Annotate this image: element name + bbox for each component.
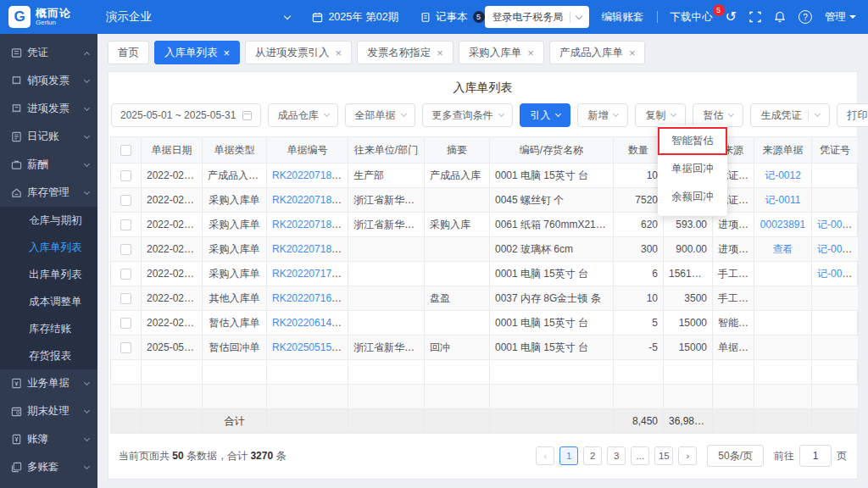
- sidebar-item-label: 日记账: [27, 130, 59, 144]
- column-header: 单据编号: [267, 137, 348, 164]
- import-button[interactable]: 引入: [520, 103, 570, 127]
- cell-link-no[interactable]: RK20220614000001: [272, 317, 348, 329]
- inventory-icon: [10, 187, 22, 198]
- menu-item-balance-reversal[interactable]: 余额回冲: [658, 183, 727, 211]
- warehouse-select[interactable]: 成品仓库: [268, 103, 338, 127]
- row-checkbox[interactable]: [120, 269, 131, 280]
- tab-home[interactable]: 首页: [108, 41, 149, 64]
- select-all-checkbox[interactable]: [120, 145, 131, 156]
- tab-purchase-inbound[interactable]: 采购入库单×: [459, 41, 544, 64]
- sales-invoice-icon: [10, 75, 22, 86]
- caret-down-icon: [849, 15, 856, 22]
- row-checkbox[interactable]: [120, 318, 131, 329]
- sidebar-subitem-inventory-closing[interactable]: 库存结账: [0, 315, 97, 342]
- cell-link-no[interactable]: RK20220718000004: [272, 169, 348, 181]
- row-checkbox[interactable]: [120, 244, 131, 255]
- sidebar-item-business-docs[interactable]: 业务单据: [0, 369, 97, 397]
- notebook-button[interactable]: 记事本 5: [420, 10, 485, 25]
- page-button-2[interactable]: 2: [583, 446, 602, 465]
- menu-item-smart-estimate[interactable]: 智能暂估: [658, 127, 727, 155]
- sidebar-subitem-cost-adjust[interactable]: 成本调整单: [0, 288, 97, 315]
- page-button-3[interactable]: 3: [607, 446, 626, 465]
- sidebar: 凭证 销项发票 进项发票 日记账 薪酬: [0, 34, 97, 488]
- cell-link-source_doc[interactable]: 记-0012: [765, 169, 801, 181]
- next-page-button[interactable]: ›: [678, 446, 697, 465]
- cell-link-no[interactable]: RK20250515000001: [272, 341, 348, 353]
- close-icon[interactable]: ×: [336, 47, 342, 58]
- sidebar-subitem-warehouse-opening[interactable]: 仓库与期初: [0, 207, 97, 234]
- print-button[interactable]: 打印: [837, 103, 868, 127]
- bell-icon[interactable]: [774, 11, 786, 23]
- tax-bureau-login-button[interactable]: 登录电子税务局: [485, 6, 589, 28]
- sidebar-subitem-stock-report[interactable]: 存货报表: [0, 342, 97, 369]
- row-checkbox[interactable]: [120, 342, 131, 353]
- cell-link-source_doc[interactable]: 记-0011: [765, 194, 801, 206]
- date-range-picker[interactable]: 2025-05-01 ~ 2025-05-31: [111, 103, 261, 127]
- cell-link-voucher[interactable]: 记-0050: [817, 268, 854, 280]
- edit-account-set-link[interactable]: 编辑账套: [602, 10, 644, 25]
- table-row: [111, 360, 859, 385]
- table-row: 2025-05-15暂估回冲单RK20250515000001浙江省新华书店..…: [111, 336, 859, 360]
- page-button-15[interactable]: 15: [654, 446, 673, 465]
- sidebar-subitem-outbound-list[interactable]: 出库单列表: [0, 261, 97, 288]
- close-icon[interactable]: ×: [527, 47, 534, 58]
- sidebar-item-purchase-invoice[interactable]: 进项发票: [0, 95, 97, 123]
- more-filters-select[interactable]: 更多查询条件: [422, 103, 513, 127]
- row-checkbox[interactable]: [120, 195, 131, 206]
- cell-link-source_doc[interactable]: 00023891: [760, 219, 805, 230]
- cell-link-no[interactable]: RK20220717000001: [272, 268, 348, 280]
- tab-inbound-list[interactable]: 入库单列表×: [154, 41, 240, 64]
- tab-import-from-invoice[interactable]: 从进项发票引入×: [245, 41, 352, 64]
- tab-invoice-name[interactable]: 发票名称指定×: [357, 41, 453, 64]
- close-icon[interactable]: ×: [437, 47, 443, 58]
- prev-page-button[interactable]: ‹: [536, 446, 554, 465]
- close-icon[interactable]: ×: [629, 47, 636, 58]
- download-center-link[interactable]: 下载中心 5: [670, 10, 713, 25]
- cell-link-no[interactable]: RK20220718000002: [272, 219, 348, 230]
- row-checkbox[interactable]: [120, 170, 131, 181]
- company-selector[interactable]: 演示企业: [106, 9, 290, 25]
- row-checkbox[interactable]: [120, 219, 131, 230]
- page-ellipsis[interactable]: ...: [631, 446, 649, 465]
- sidebar-item-voucher[interactable]: 凭证: [0, 39, 97, 67]
- menu-item-doc-reversal[interactable]: 单据回冲: [658, 155, 727, 183]
- chevron-down-icon: [84, 463, 90, 469]
- generate-voucher-button[interactable]: 生成凭证: [750, 103, 830, 127]
- sidebar-item-journal[interactable]: 日记账: [0, 123, 97, 151]
- undo-icon[interactable]: ↺: [726, 10, 737, 24]
- close-icon[interactable]: ×: [224, 47, 231, 58]
- sidebar-item-payroll[interactable]: 薪酬: [0, 151, 97, 179]
- copy-button[interactable]: 复制: [635, 103, 686, 127]
- sidebar-item-period-end[interactable]: 期末处理: [0, 397, 97, 425]
- cell-link-source_doc[interactable]: 查看: [773, 243, 793, 255]
- cell-link-no[interactable]: RK20220718000001: [272, 243, 348, 255]
- sidebar-item-sales-invoice[interactable]: 销项发票: [0, 67, 97, 95]
- page-button-1[interactable]: 1: [559, 446, 578, 465]
- estimate-button[interactable]: 暂估: [693, 103, 743, 127]
- sidebar-item-inventory[interactable]: 库存管理: [0, 179, 97, 207]
- cell-link-no[interactable]: RK20220716000001: [272, 292, 348, 304]
- sidebar-item-multi-account[interactable]: 多账套: [0, 453, 97, 481]
- help-icon[interactable]: ?: [798, 10, 812, 24]
- sidebar-item-ledger[interactable]: 账簿: [0, 425, 97, 453]
- doc-type-select[interactable]: 全部单据: [345, 103, 415, 127]
- accounting-period[interactable]: 2025年 第02期: [312, 10, 398, 25]
- goto-page-input[interactable]: [799, 445, 832, 467]
- page-size-select[interactable]: 50条/页: [707, 445, 764, 467]
- chevron-up-icon: [84, 51, 90, 57]
- cell-link-voucher[interactable]: 记-0049: [817, 243, 854, 255]
- brand-name-en: Gerlun: [36, 19, 71, 26]
- sidebar-item-financial-report[interactable]: 财务报表: [0, 481, 97, 488]
- manage-menu[interactable]: 管理: [825, 10, 856, 25]
- cell-link-voucher[interactable]: 记-0048: [817, 219, 854, 230]
- column-header: 摘要: [425, 137, 490, 164]
- add-button[interactable]: 新增: [577, 103, 628, 127]
- multi-account-icon: [10, 462, 22, 473]
- cell-link-no[interactable]: RK20220718000003: [272, 194, 348, 206]
- payroll-icon: [10, 159, 22, 170]
- table-row: 2022-02-28采购入库单RK20220718000002浙江省新华书店..…: [111, 213, 859, 237]
- sidebar-subitem-inbound-list[interactable]: 入库单列表: [0, 234, 97, 261]
- row-checkbox[interactable]: [120, 293, 131, 304]
- fullscreen-scan-icon[interactable]: [749, 11, 761, 23]
- tab-finished-goods-inbound[interactable]: 产成品入库单×: [549, 41, 646, 64]
